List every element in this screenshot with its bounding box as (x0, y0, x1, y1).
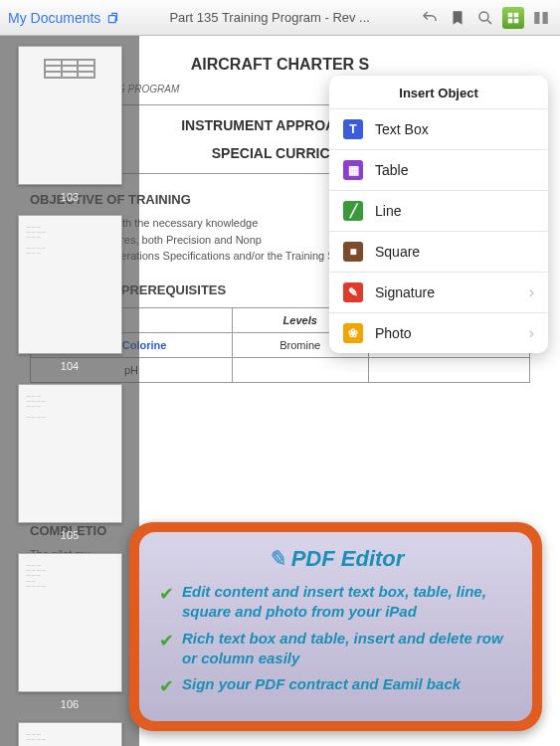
svg-point-1 (479, 12, 488, 21)
document-title: Part 135 Training Program - Rev ... (120, 10, 419, 25)
square-icon: ■ (343, 242, 363, 262)
popover-item-label: Photo (375, 325, 412, 341)
signature-icon: ✎ (343, 282, 363, 302)
pen-icon: ✎ (268, 546, 285, 572)
popover-item-photo[interactable]: ❀Photo› (329, 312, 548, 353)
svg-rect-4 (508, 18, 513, 23)
photo-icon: ❀ (343, 323, 363, 343)
popover-item-signature[interactable]: ✎Signature› (329, 272, 548, 312)
svg-rect-7 (543, 12, 548, 24)
promo-text: Sign your PDF contract and Eamil back (182, 674, 461, 694)
thumbnail-page-number: 105 (0, 529, 139, 541)
thumbnail-page-number: 104 (0, 360, 139, 372)
back-label: My Documents (8, 10, 100, 26)
check-icon: ✔ (159, 675, 174, 697)
share-icon (106, 11, 120, 25)
back-button[interactable]: My Documents (8, 10, 120, 26)
popover-item-text-box[interactable]: TText Box (329, 108, 548, 149)
page-thumbnail[interactable] (18, 46, 122, 185)
check-icon: ✔ (159, 583, 174, 605)
popover-item-square[interactable]: ■Square (329, 231, 548, 272)
popover-item-label: Square (375, 244, 420, 260)
popover-item-table[interactable]: ▦Table (329, 149, 548, 190)
thumbnail-sidebar[interactable]: 103 — — —— — — —— — —— — — —— — — 104 — … (0, 36, 139, 746)
promo-callout: ✎ PDF Editor ✔Edit content and insert te… (129, 522, 542, 731)
popover-title: Insert Object (329, 76, 548, 108)
bookmark-button[interactable] (447, 7, 468, 29)
content-area: AIRCRAFT CHARTER S PART 135 TRAINING PRO… (0, 36, 560, 746)
promo-text: Edit content and insert text box, table,… (182, 582, 512, 623)
chevron-right-icon: › (529, 324, 534, 342)
page-thumbnail[interactable]: — — —— — — —— — —— — — — (18, 384, 122, 523)
text-box-icon: T (343, 119, 363, 139)
svg-rect-2 (508, 12, 513, 17)
promo-line: ✔Sign your PDF contract and Eamil back (159, 674, 512, 697)
chevron-right-icon: › (529, 283, 534, 301)
search-button[interactable] (474, 7, 496, 29)
page-thumbnail[interactable]: — — —— — — —— — —— — — —— — — (18, 215, 122, 354)
promo-text: Rich text box and table, insert and dele… (182, 629, 512, 669)
toolbar-actions (419, 7, 552, 29)
svg-rect-5 (514, 18, 519, 23)
svg-rect-6 (534, 12, 539, 24)
promo-line: ✔Edit content and insert text box, table… (159, 582, 512, 623)
page-thumbnail[interactable]: — — —— — — — (18, 722, 122, 746)
page-thumbnail[interactable]: — — —— — — —— — —— —— — — — (18, 553, 122, 692)
popover-item-label: Table (375, 162, 408, 178)
check-icon: ✔ (159, 630, 174, 652)
promo-line: ✔Rich text box and table, insert and del… (159, 629, 512, 669)
top-toolbar: My Documents Part 135 Training Program -… (0, 0, 560, 36)
undo-button[interactable] (419, 7, 441, 29)
popover-item-label: Line (375, 203, 401, 219)
insert-object-button[interactable] (502, 7, 524, 29)
popover-item-line[interactable]: ╱Line (329, 190, 548, 231)
promo-title: ✎ PDF Editor (159, 546, 512, 572)
svg-rect-0 (109, 15, 116, 22)
svg-rect-3 (514, 12, 519, 17)
popover-item-label: Text Box (375, 121, 429, 137)
thumbnail-page-number: 103 (0, 191, 139, 203)
popover-item-label: Signature (375, 284, 435, 300)
thumbnail-page-number: 106 (0, 698, 139, 710)
line-icon: ╱ (343, 201, 363, 221)
table-icon: ▦ (343, 160, 363, 180)
view-mode-button[interactable] (530, 7, 552, 29)
insert-object-popover: Insert Object TText Box▦Table╱Line■Squar… (329, 76, 548, 353)
